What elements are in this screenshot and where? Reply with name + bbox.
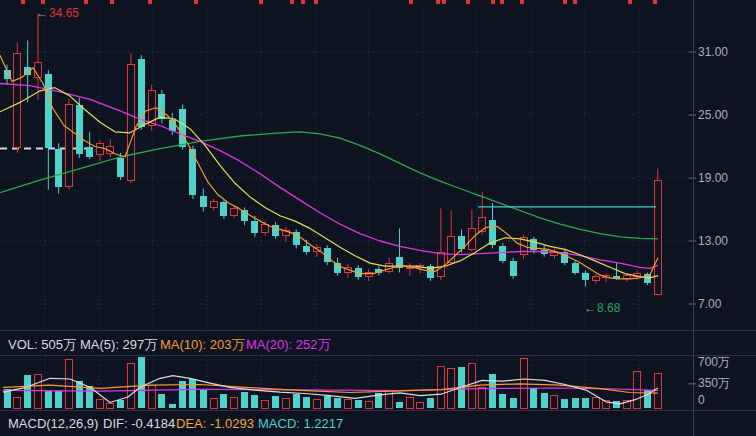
volume-bar [231, 398, 238, 408]
volume-bar [293, 394, 300, 408]
volume-bar [117, 400, 124, 408]
volume-bar [344, 399, 351, 408]
volume-bar [14, 398, 21, 408]
volume-bar [561, 399, 568, 408]
volume-bar [510, 398, 517, 408]
volume-bar [572, 398, 579, 408]
top-tick [290, 0, 294, 4]
candle-body [158, 94, 165, 119]
volume-bar [479, 388, 486, 408]
volume-bar [324, 396, 331, 408]
volume-bar [107, 403, 114, 408]
volume-bar [200, 390, 207, 408]
price-axis-label: 7.00 [698, 297, 721, 311]
candle-body [582, 273, 589, 280]
volume-bar [96, 399, 103, 408]
candle-body [189, 149, 196, 195]
candle-body [220, 202, 227, 216]
volume-bar [76, 381, 83, 408]
top-tick [573, 0, 577, 4]
top-tick [110, 0, 114, 4]
candle-body [654, 180, 661, 294]
volume-bar [241, 392, 248, 408]
volume-bar [24, 375, 31, 408]
volume-axis-label: 0 [698, 393, 705, 407]
top-tick [491, 0, 495, 4]
volume-bar [313, 400, 320, 408]
volume-bar [334, 398, 341, 408]
volume-bar [220, 394, 227, 408]
volume-bar [541, 393, 548, 408]
candle-body [138, 59, 145, 126]
candle-body [179, 109, 186, 147]
price-axis-label: 19.00 [698, 171, 728, 185]
stock-chart-app: ←34.65 ←8.68 31.00 25.00 19.00 13.00 7.0… [0, 0, 756, 436]
volume-bar [489, 374, 496, 409]
candle-body [303, 246, 310, 251]
candle-body [45, 74, 52, 148]
candle-body [231, 208, 238, 215]
volume-bar [282, 398, 289, 408]
candle-body [200, 196, 207, 208]
candle-body [65, 105, 72, 187]
macd-macd-label: MACD: 1.2217 [258, 416, 343, 431]
candle-body [386, 263, 393, 271]
volume-bar [55, 391, 62, 408]
volume-bar [148, 386, 155, 408]
volume-bar [592, 398, 599, 408]
top-tick [84, 0, 88, 4]
candle-body [117, 158, 124, 177]
candle-body [499, 246, 506, 261]
top-tick [148, 0, 152, 4]
high-value: 34.65 [49, 6, 79, 20]
volume-axis-label: 700万 [698, 355, 730, 369]
candle-body [55, 149, 62, 188]
candle-body [210, 201, 217, 207]
volume-bar [272, 396, 279, 408]
volume-bar [34, 375, 41, 408]
top-tick [563, 0, 567, 4]
volume-bar [520, 358, 527, 408]
volume-bar [427, 398, 434, 408]
volume-bar [169, 404, 176, 408]
top-tick [653, 0, 657, 4]
volume-bar [210, 398, 217, 408]
volume-bar [437, 367, 444, 408]
volume-bar [138, 357, 145, 408]
candle-body [448, 237, 455, 262]
top-tick [194, 0, 198, 4]
volume-bar [582, 398, 589, 408]
top-tick [500, 0, 504, 4]
candle-body [241, 210, 248, 222]
top-tick [314, 0, 318, 4]
volume-bar [303, 397, 310, 408]
vol-ma5-label: MA(5): 297万 [80, 336, 157, 354]
vol-ma20-label: MA(20): 252万 [246, 336, 331, 354]
top-tick [442, 0, 446, 4]
chart-canvas[interactable] [0, 0, 756, 436]
top-tick [466, 0, 470, 4]
top-tick [628, 0, 632, 4]
volume-bar [158, 394, 165, 408]
high-annotation: ←34.65 [36, 6, 79, 20]
low-annotation: ←8.68 [584, 301, 620, 315]
top-tick [436, 0, 440, 4]
macd-name-label: MACD(12,26,9) [8, 416, 98, 431]
volume-bar [251, 395, 258, 408]
top-tick [409, 0, 413, 4]
top-tick [520, 0, 524, 4]
candle-body [510, 261, 517, 276]
low-value: 8.68 [597, 301, 620, 315]
vol-current-label: VOL: 505万 [8, 336, 76, 354]
top-tick [41, 0, 45, 4]
left-arrow-icon: ← [36, 6, 48, 20]
volume-bar [613, 401, 620, 408]
volume-bar [406, 398, 413, 408]
volume-bar [396, 402, 403, 408]
volume-bar [355, 400, 362, 408]
vol-ma10-label: MA(10): 203万 [160, 336, 245, 354]
candle-body [86, 147, 93, 158]
volume-bar [386, 390, 393, 408]
volume-bar [551, 396, 558, 408]
price-axis-label: 25.00 [698, 108, 728, 122]
